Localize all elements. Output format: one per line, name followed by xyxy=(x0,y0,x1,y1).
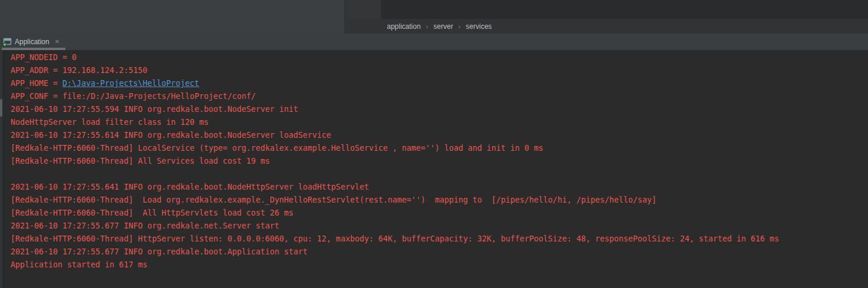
console-line: APP_ADDR = 192.168.124.2:5150 xyxy=(11,64,868,77)
breadcrumb-item-server[interactable]: server xyxy=(433,22,453,31)
breadcrumb: application›server›services xyxy=(346,19,868,34)
console-line: 2021-06-10 17:27:55.641 INFO org.redkale… xyxy=(11,181,868,194)
log-text: 2021-06-10 17:27:55.614 INFO org.redkale… xyxy=(11,131,331,140)
tab-application[interactable]: Application ✕ xyxy=(0,34,64,50)
ide-window: application›server›services Application … xyxy=(0,0,868,288)
log-text: APP_ADDR = 192.168.124.2:5150 xyxy=(11,66,147,75)
console-line: [Redkale-HTTP:6060-Thread] Load org.redk… xyxy=(11,194,868,207)
console-line: 2021-06-10 17:27:55.677 INFO org.redkale… xyxy=(11,246,868,259)
log-text: APP_CONF = file:/D:/Java-Projects/HelloP… xyxy=(11,92,256,101)
log-text: [Redkale-HTTP:6060-Thread] All HttpServl… xyxy=(11,208,293,217)
log-text: Application started in 617 ms xyxy=(11,260,147,269)
editor-top-area: application›server›services xyxy=(0,0,868,34)
console-line: [Redkale-HTTP:6060-Thread] All Services … xyxy=(11,155,868,168)
run-toolwindow-tabbar: Application ✕ xyxy=(0,34,868,50)
log-text: [Redkale-HTTP:6060-Thread] Load org.redk… xyxy=(11,196,657,204)
console-line: APP_NODEID = 0 xyxy=(11,51,868,64)
console-line: NodeHttpServer load filter class in 120 … xyxy=(11,116,868,129)
tab-application-label: Application xyxy=(15,38,49,46)
log-text: 2021-06-10 17:27:55.677 INFO org.redkale… xyxy=(11,247,307,256)
console-line: APP_CONF = file:/D:/Java-Projects/HelloP… xyxy=(11,90,868,103)
console-line xyxy=(11,168,868,181)
breadcrumb-item-application[interactable]: application xyxy=(387,22,420,31)
log-text: 2021-06-10 17:27:55.641 INFO org.redkale… xyxy=(11,183,369,191)
console-line: APP_HOME = D:\Java-Projects\HelloProject xyxy=(11,77,868,90)
editor-pane-right[interactable] xyxy=(382,0,868,19)
console-panel[interactable]: APP_NODEID = 0APP_ADDR = 192.168.124.2:5… xyxy=(0,50,868,288)
run-console-icon xyxy=(2,37,12,47)
console-output: APP_NODEID = 0APP_ADDR = 192.168.124.2:5… xyxy=(0,51,868,272)
editor-split-panel xyxy=(346,0,382,19)
console-line: 2021-06-10 17:27:55.594 INFO org.redkale… xyxy=(11,103,868,116)
breadcrumb-separator-icon: › xyxy=(426,23,428,30)
console-line: 2021-06-10 17:27:55.677 INFO org.redkale… xyxy=(11,220,868,233)
file-path-link[interactable]: D:\Java-Projects\HelloProject xyxy=(62,79,199,88)
log-text: NodeHttpServer load filter class in 120 … xyxy=(11,118,208,127)
console-line: [Redkale-HTTP:6060-Thread] LocalService … xyxy=(11,142,868,155)
log-text: APP_NODEID = 0 xyxy=(11,53,77,62)
editor-pane-left[interactable] xyxy=(0,0,345,34)
log-text: 2021-06-10 17:27:55.677 INFO org.redkale… xyxy=(11,221,279,230)
breadcrumb-separator-icon: › xyxy=(458,23,460,30)
log-text: [Redkale-HTTP:6060-Thread] LocalService … xyxy=(11,144,544,153)
log-text: [Redkale-HTTP:6060-Thread] All Services … xyxy=(11,157,270,165)
console-line: [Redkale-HTTP:6060-Thread] All HttpServl… xyxy=(11,207,868,220)
close-icon[interactable]: ✕ xyxy=(55,39,59,45)
console-line: Application started in 617 ms xyxy=(11,259,868,272)
log-text: [Redkale-HTTP:6060-Thread] HttpServer li… xyxy=(11,234,779,243)
log-text: APP_HOME = xyxy=(11,79,62,88)
console-line: [Redkale-HTTP:6060-Thread] HttpServer li… xyxy=(11,233,868,246)
log-text: 2021-06-10 17:27:55.594 INFO org.redkale… xyxy=(11,105,298,114)
console-line: 2021-06-10 17:27:55.614 INFO org.redkale… xyxy=(11,129,868,142)
breadcrumb-item-services[interactable]: services xyxy=(466,22,492,31)
